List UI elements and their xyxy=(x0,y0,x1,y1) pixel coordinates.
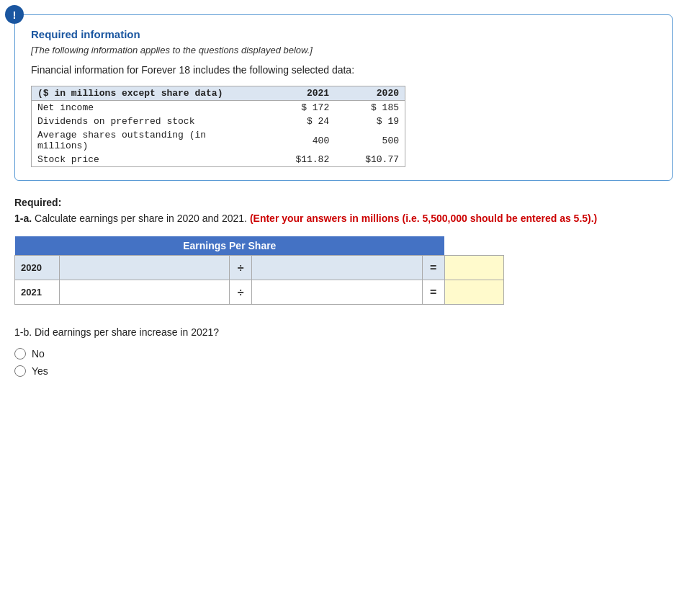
italic-note: [The following information applies to th… xyxy=(31,45,656,55)
table-row: Dividends on preferred stock $ 24 $ 19 xyxy=(32,115,405,128)
eps-result-cell[interactable] xyxy=(444,280,503,305)
radio-input-no[interactable] xyxy=(14,348,26,360)
alert-icon: ! xyxy=(5,5,24,24)
eps-row: 2020 ÷ = xyxy=(15,256,504,280)
table-row: Net income $ 172 $ 185 xyxy=(32,101,405,115)
eps-numerator-input[interactable] xyxy=(60,282,230,303)
eps-denominator-input[interactable] xyxy=(252,257,422,279)
table-cell-label: Dividends on preferred stock xyxy=(32,115,265,128)
table-col-2021-header: 2021 xyxy=(265,86,335,101)
radio-label-no: No xyxy=(32,348,45,360)
table-cell-2020: $ 19 xyxy=(335,115,405,128)
required-label: Required: xyxy=(14,197,673,208)
table-cell-label: Average shares outstanding (in millions) xyxy=(32,128,265,153)
q1a-text: Calculate earnings per share in 2020 and… xyxy=(32,213,250,224)
table-cell-2021: $ 24 xyxy=(265,115,335,128)
table-cell-2020: $10.77 xyxy=(335,153,405,167)
eps-result-input[interactable] xyxy=(445,257,503,279)
radio-option-no[interactable]: No xyxy=(14,348,673,360)
radio-option-yes[interactable]: Yes xyxy=(14,365,673,377)
radio-input-yes[interactable] xyxy=(14,365,26,377)
eps-table-title: Earnings Per Share xyxy=(15,236,445,256)
table-cell-2021: $ 172 xyxy=(265,101,335,115)
table-row: Stock price $11.82 $10.77 xyxy=(32,153,405,167)
table-cell-2021: 400 xyxy=(265,128,335,153)
q1a-prefix: 1-a. xyxy=(14,213,32,224)
question-1b: 1-b. Did earnings per share increase in … xyxy=(14,326,673,338)
info-box: ! Required information [The following in… xyxy=(14,14,673,181)
table-col-2020-header: 2020 xyxy=(335,86,405,101)
table-cell-label: Net income xyxy=(32,101,265,115)
eps-row-year: 2020 xyxy=(15,256,60,280)
table-col-label-header: ($ in millions except share data) xyxy=(32,86,265,101)
financial-data-table: ($ in millions except share data) 2021 2… xyxy=(31,86,405,167)
eps-numerator-cell[interactable] xyxy=(59,280,230,305)
eps-denominator-cell[interactable] xyxy=(252,280,423,305)
eps-numerator-cell[interactable] xyxy=(59,256,230,280)
table-row: Average shares outstanding (in millions)… xyxy=(32,128,405,153)
eps-numerator-input[interactable] xyxy=(60,257,230,279)
table-cell-2020: 500 xyxy=(335,128,405,153)
radio-label-yes: Yes xyxy=(32,365,48,377)
eps-container: Earnings Per Share 2020 ÷ = 2021 ÷ xyxy=(14,236,673,305)
eps-denominator-cell[interactable] xyxy=(252,256,423,280)
radio-options-container: No Yes xyxy=(14,348,673,377)
eps-equals: = xyxy=(422,280,444,305)
eps-equals: = xyxy=(422,256,444,280)
eps-result-input[interactable] xyxy=(445,282,503,303)
eps-divider: ÷ xyxy=(230,280,252,305)
q1a-highlight: (Enter your answers in millions (i.e. 5,… xyxy=(250,213,597,224)
eps-table: Earnings Per Share 2020 ÷ = 2021 ÷ xyxy=(14,236,504,305)
eps-divider: ÷ xyxy=(230,256,252,280)
question-1a: 1-a. Calculate earnings per share in 202… xyxy=(14,211,673,226)
eps-result-cell[interactable] xyxy=(444,256,503,280)
financial-intro: Financial information for Forever 18 inc… xyxy=(31,64,656,76)
eps-row-year: 2021 xyxy=(15,280,60,305)
table-cell-2020: $ 185 xyxy=(335,101,405,115)
table-cell-2021: $11.82 xyxy=(265,153,335,167)
eps-row: 2021 ÷ = xyxy=(15,280,504,305)
table-cell-label: Stock price xyxy=(32,153,265,167)
required-info-title: Required information xyxy=(31,28,656,40)
eps-title-row: Earnings Per Share xyxy=(15,236,504,256)
eps-denominator-input[interactable] xyxy=(252,282,422,303)
